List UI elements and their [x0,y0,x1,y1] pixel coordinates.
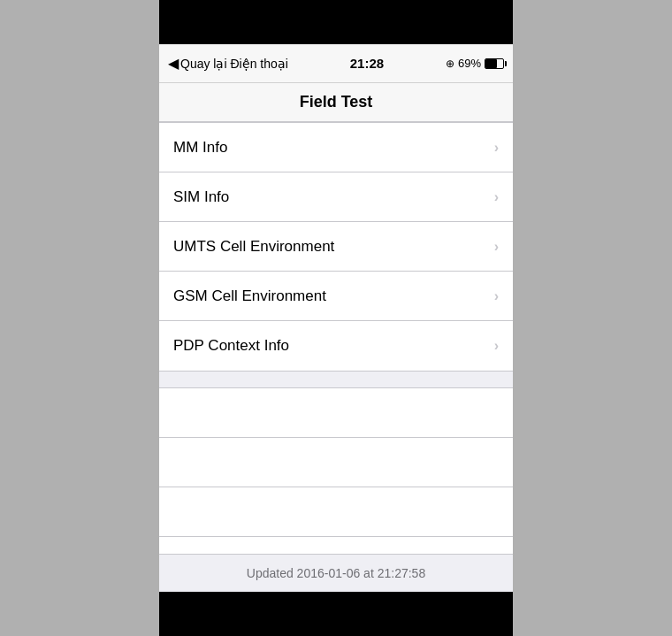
status-right: ⊕ 69% [446,57,504,70]
menu-item-mm-info[interactable]: MM Info › [159,123,513,172]
menu-item-label: UMTS Cell Environment [173,238,334,256]
top-bar [159,0,513,44]
menu-list-section: MM Info › SIM Info › UMTS Cell Environme… [159,122,513,372]
back-label: Quay lại Điện thoại [180,57,288,71]
status-left: ◀ Quay lại Điện thoại [168,55,288,72]
chevron-icon: › [494,189,499,205]
page-title-bar: Field Test [159,83,513,122]
status-bar: ◀ Quay lại Điện thoại 21:28 ⊕ 69% [159,44,513,83]
empty-item [159,438,513,487]
menu-item-label: PDP Context Info [173,337,289,355]
empty-item [159,487,513,537]
menu-item-label: GSM Cell Environment [173,287,326,305]
page-title: Field Test [300,93,373,111]
battery-percent: 69% [458,57,481,70]
menu-item-gsm[interactable]: GSM Cell Environment › [159,272,513,321]
battery-icon [485,58,504,69]
status-time: 21:28 [350,56,384,71]
menu-item-label: SIM Info [173,188,229,206]
empty-section [159,387,513,554]
wifi-icon: ⊕ [446,57,454,70]
battery-fill [485,59,497,68]
bottom-bar [159,592,513,636]
chevron-icon: › [494,140,499,156]
chevron-icon: › [494,338,499,354]
menu-item-pdp[interactable]: PDP Context Info › [159,321,513,371]
menu-item-sim-info[interactable]: SIM Info › [159,172,513,222]
menu-item-label: MM Info [173,139,227,157]
chevron-icon: › [494,288,499,304]
footer-text: Updated 2016-01-06 at 21:27:58 [247,566,425,580]
empty-item [159,537,513,554]
list-container: MM Info › SIM Info › UMTS Cell Environme… [159,122,513,554]
phone-screen: ◀ Quay lại Điện thoại 21:28 ⊕ 69% Field … [159,44,513,592]
menu-item-umts[interactable]: UMTS Cell Environment › [159,222,513,272]
footer: Updated 2016-01-06 at 21:27:58 [159,554,513,592]
chevron-icon: › [494,239,499,255]
phone-container: ◀ Quay lại Điện thoại 21:28 ⊕ 69% Field … [159,0,513,636]
back-arrow-icon: ◀ [168,55,179,72]
empty-item [159,388,513,438]
